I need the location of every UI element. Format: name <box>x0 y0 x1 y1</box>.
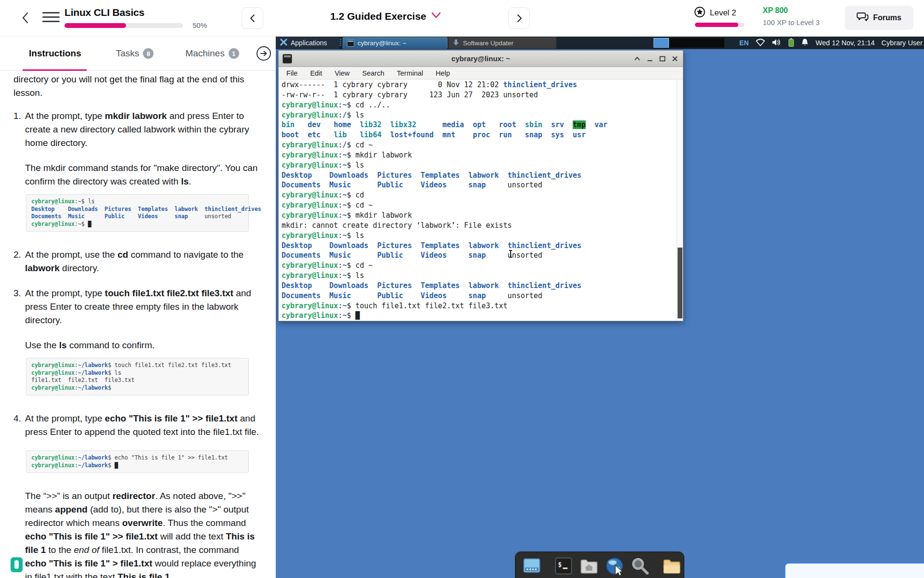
instructions-content: directory or you will not get the final … <box>0 71 276 578</box>
mouse-text-cursor <box>510 250 511 258</box>
lesson-dropdown[interactable]: 1.2 Guided Exercise <box>330 11 441 22</box>
tab-tasks-label: Tasks <box>116 48 140 59</box>
terminal-output-area[interactable]: drwx------ 1 cybrary cybrary 0 Nov 12 21… <box>279 79 683 321</box>
close-window-icon[interactable] <box>672 56 678 62</box>
active-tab-indicator <box>23 69 87 71</box>
xp-progress-bar <box>695 23 744 27</box>
xp-progress-fill <box>695 23 738 27</box>
terminal-emulator-icon[interactable]: $ <box>554 556 573 576</box>
file-manager-icon[interactable] <box>662 556 681 576</box>
maximize-window-icon[interactable] <box>659 56 666 62</box>
instruction-paragraph: Use the ls command to confirm. <box>25 339 261 352</box>
previous-lesson-button[interactable] <box>242 7 263 29</box>
level-star-icon <box>694 6 706 20</box>
terminal-line: mkdir: cannot create directory ‘labwork’… <box>282 221 683 231</box>
tab-instructions[interactable]: Instructions <box>29 48 81 59</box>
next-lesson-button[interactable] <box>508 7 530 29</box>
software-updater-label: Software Updater <box>463 39 513 47</box>
terminal-menubar: File Edit View Search Terminal Help <box>279 67 683 79</box>
battery-icon[interactable] <box>788 38 794 48</box>
menu-file[interactable]: File <box>280 67 304 79</box>
level-label: Level 2 <box>710 8 736 18</box>
tab-tasks[interactable]: Tasks 8 <box>116 48 154 59</box>
terminal-line: cybrary@linux:~$ ls <box>282 271 683 281</box>
terminal-line: cybrary@linux:/$ ls <box>282 110 683 120</box>
svg-text:$: $ <box>558 561 562 568</box>
terminal-line: cybrary@linux:/$ cd ~ <box>282 140 683 150</box>
terminal-window: cybrary@linux: ~ File Edit View Search T… <box>278 50 683 321</box>
terminal-line: cybrary@linux:~$ cd <box>282 190 683 200</box>
terminal-line: Documents Music Public Videos snap unsor… <box>282 291 683 301</box>
back-icon[interactable] <box>20 12 31 26</box>
terminal-line: cybrary@linux:~$ ls <box>282 231 683 241</box>
level-widget: Level 2 <box>694 6 736 20</box>
notification-popup <box>784 563 924 578</box>
scrollbar-thumb[interactable] <box>678 248 682 318</box>
top-header: Linux CLI Basics 50% 1.2 Guided Exercise… <box>0 0 924 37</box>
terminal-icon <box>347 39 354 47</box>
desktop-dock: $ <box>515 552 684 578</box>
system-tray: EN Wed 12 Nov, 21:14 Cybrary User <box>739 37 924 49</box>
menu-terminal[interactable]: Terminal <box>391 67 430 79</box>
tasks-count-badge: 8 <box>143 48 154 59</box>
terminal-line: drwx------ 1 cybrary cybrary 0 Nov 12 21… <box>282 80 683 90</box>
course-progress-bar <box>64 23 183 28</box>
notifications-icon[interactable] <box>801 38 809 48</box>
application-finder-icon[interactable] <box>630 556 650 576</box>
code-block: cybrary@linux:~$ lsDesktop Downloads Pic… <box>26 194 249 232</box>
updater-icon <box>453 39 459 47</box>
terminal-line: cybrary@linux:~$ mkdir labwork <box>282 210 683 221</box>
course-title: Linux CLI Basics <box>64 7 144 18</box>
file-manager-home-icon[interactable] <box>579 556 599 576</box>
forums-button[interactable]: Forums <box>845 6 913 30</box>
taskbar-window-label: cybrary@linux: ~ <box>358 39 406 47</box>
terminal-titlebar[interactable]: cybrary@linux: ~ <box>279 51 683 67</box>
chevron-down-icon <box>431 12 441 21</box>
terminal-line: -rw-rw-r-- 1 cybrary cybrary 123 Jun 27 … <box>282 90 683 100</box>
volume-icon[interactable] <box>772 39 782 48</box>
terminal-line: Desktop Downloads Pictures Templates lab… <box>282 281 683 291</box>
terminal-line: Desktop Downloads Pictures Templates lab… <box>282 171 683 181</box>
taskbar-clock[interactable]: Wed 12 Nov, 21:14 <box>816 39 875 47</box>
panel-collapse-button[interactable] <box>257 46 271 61</box>
instruction-paragraph: The mkdir command stands for "make direc… <box>25 161 261 188</box>
taskbar-user-label[interactable]: Cybrary User <box>882 39 923 47</box>
tab-instructions-label: Instructions <box>29 48 81 59</box>
instruction-paragraph: The “>>” is an output redirector. As not… <box>25 489 261 578</box>
instructions-panel: Instructions Tasks 8 Machines 1 director… <box>0 37 276 578</box>
terminal-line: cybrary@linux:~$ touch file1.txt file2.t… <box>282 301 683 311</box>
keyboard-layout-indicator[interactable]: EN <box>739 39 748 47</box>
rollup-window-icon[interactable] <box>634 56 641 62</box>
code-block: cybrary@linux:~/labwork$ touch file1.txt… <box>26 358 249 395</box>
workspace-1-active[interactable] <box>654 38 669 48</box>
terminal-line: Documents Music Public Videos snap unsor… <box>282 250 683 261</box>
instruction-step: 3.At the prompt, type touch file1.txt fi… <box>13 287 261 327</box>
machines-count-badge: 1 <box>229 48 239 59</box>
chat-widget-button[interactable] <box>11 557 23 572</box>
course-progress-fill <box>64 23 126 28</box>
terminal-line: cybrary@linux:~$ mkdir labwork <box>282 150 683 160</box>
panel-tabbar: Instructions Tasks 8 Machines 1 <box>0 37 276 71</box>
software-updater-button[interactable]: Software Updater <box>449 37 556 49</box>
virtual-machine-screen[interactable]: Applications cybrary@linux: ~ Software U… <box>276 37 924 578</box>
show-desktop-icon[interactable] <box>522 556 541 576</box>
menu-help[interactable]: Help <box>429 67 456 79</box>
terminal-line: cybrary@linux:~$ cd ~ <box>282 261 683 271</box>
applications-label: Applications <box>291 39 327 47</box>
menu-icon[interactable] <box>42 12 60 22</box>
wifi-icon[interactable] <box>756 39 765 48</box>
menu-edit[interactable]: Edit <box>304 67 328 79</box>
workspace-2[interactable] <box>669 38 724 48</box>
lesson-title: 1.2 Guided Exercise <box>330 11 426 22</box>
terminal-line: bin dev home lib32 libx32 media opt root… <box>282 120 683 130</box>
web-browser-icon[interactable] <box>605 556 624 576</box>
menu-search[interactable]: Search <box>356 67 391 79</box>
terminal-scrollbar[interactable] <box>677 79 683 321</box>
page: Linux CLI Basics 50% 1.2 Guided Exercise… <box>0 0 924 578</box>
applications-menu-button[interactable]: Applications <box>276 37 339 49</box>
taskbar-window-button[interactable]: cybrary@linux: ~ <box>343 37 448 49</box>
minimize-window-icon[interactable] <box>647 56 653 62</box>
menu-view[interactable]: View <box>328 67 356 79</box>
xp-total: XP 800 <box>763 6 788 15</box>
tab-machines[interactable]: Machines 1 <box>185 48 239 59</box>
